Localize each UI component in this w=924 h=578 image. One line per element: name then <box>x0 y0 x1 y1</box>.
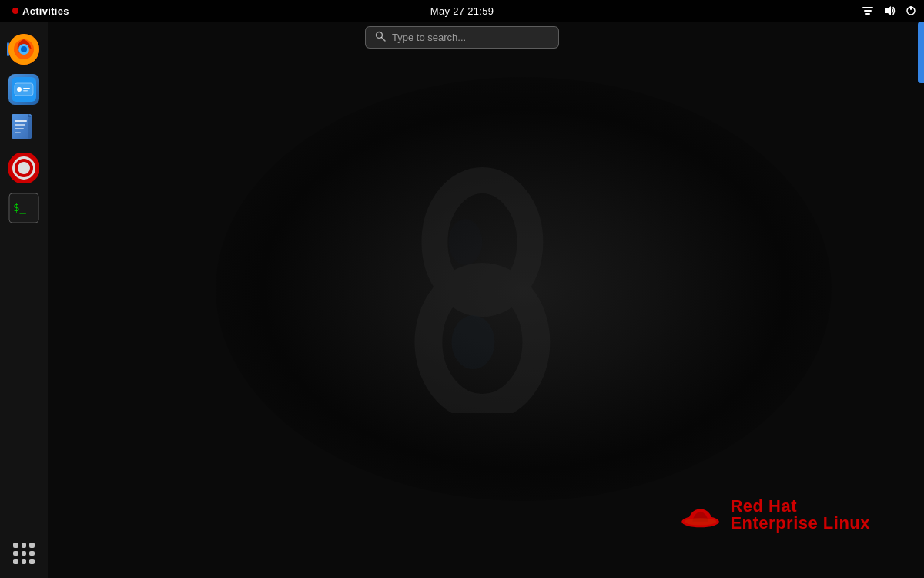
dock-item-firefox[interactable] <box>5 31 42 68</box>
svg-point-3 <box>448 219 482 265</box>
appgrid-dot <box>13 543 18 548</box>
svg-point-15 <box>21 46 27 52</box>
activities-button[interactable]: Activities <box>6 4 75 18</box>
background-oval <box>216 77 832 501</box>
svg-point-1 <box>428 277 536 408</box>
dock-item-terminal[interactable]: $_ <box>5 191 42 228</box>
topbar-right <box>861 4 918 18</box>
svg-line-11 <box>382 38 386 42</box>
appgrid-dot <box>29 559 35 564</box>
svg-rect-26 <box>15 132 21 133</box>
appgrid-dot <box>22 543 27 548</box>
svg-rect-20 <box>23 90 28 92</box>
desktop: Activities May 27 21:59 <box>0 0 924 578</box>
terminal-icon: $_ <box>8 193 39 227</box>
search-bar <box>365 26 559 49</box>
svg-point-36 <box>685 518 716 525</box>
dock-item-help[interactable] <box>5 151 42 188</box>
dock-item-files[interactable] <box>5 111 42 148</box>
svg-rect-5 <box>864 10 872 12</box>
right-panel-indicator[interactable] <box>918 22 924 83</box>
svg-point-2 <box>451 315 494 369</box>
svg-rect-23 <box>15 120 27 122</box>
topbar-clock: May 27 21:59 <box>430 5 494 17</box>
svg-rect-24 <box>15 124 25 126</box>
dock: $_ <box>0 22 48 578</box>
audio-icon[interactable] <box>882 4 896 18</box>
svg-rect-19 <box>23 88 30 89</box>
appgrid-dot <box>29 551 35 556</box>
svg-rect-6 <box>865 13 870 15</box>
appgrid-dot <box>22 551 27 556</box>
dock-item-software[interactable] <box>5 71 42 108</box>
files-icon <box>8 113 39 146</box>
svg-point-35 <box>682 516 720 527</box>
topbar: Activities May 27 21:59 <box>0 0 924 22</box>
search-container <box>365 26 559 49</box>
topbar-left: Activities <box>6 4 75 18</box>
search-icon <box>375 31 386 44</box>
redhat-text: Red Hat Enterprise Linux <box>730 498 870 532</box>
software-icon <box>8 74 39 105</box>
appgrid-dot <box>22 559 27 564</box>
network-icon[interactable] <box>861 4 875 18</box>
dock-item-appgrid[interactable] <box>5 535 42 572</box>
redhat-logo-hat <box>681 499 721 531</box>
svg-point-18 <box>17 87 22 92</box>
appgrid-icon <box>8 538 39 569</box>
firefox-icon <box>8 34 39 65</box>
search-input[interactable] <box>392 32 549 43</box>
svg-point-0 <box>434 180 530 304</box>
appgrid-dot <box>13 559 18 564</box>
system-menu-icon[interactable] <box>904 4 918 18</box>
svg-rect-25 <box>15 128 24 129</box>
svg-rect-4 <box>862 7 873 8</box>
rhel-logo-number <box>397 151 567 416</box>
appgrid-dot <box>29 543 35 548</box>
redhat-product: Enterprise Linux <box>730 515 870 532</box>
svg-marker-7 <box>885 6 891 15</box>
svg-rect-27 <box>28 117 32 139</box>
redhat-name: Red Hat <box>730 498 870 515</box>
redhat-brand: Red Hat Enterprise Linux <box>681 498 870 532</box>
appgrid-dot <box>13 551 18 556</box>
help-icon <box>8 153 39 187</box>
svg-text:$_: $_ <box>13 201 26 214</box>
